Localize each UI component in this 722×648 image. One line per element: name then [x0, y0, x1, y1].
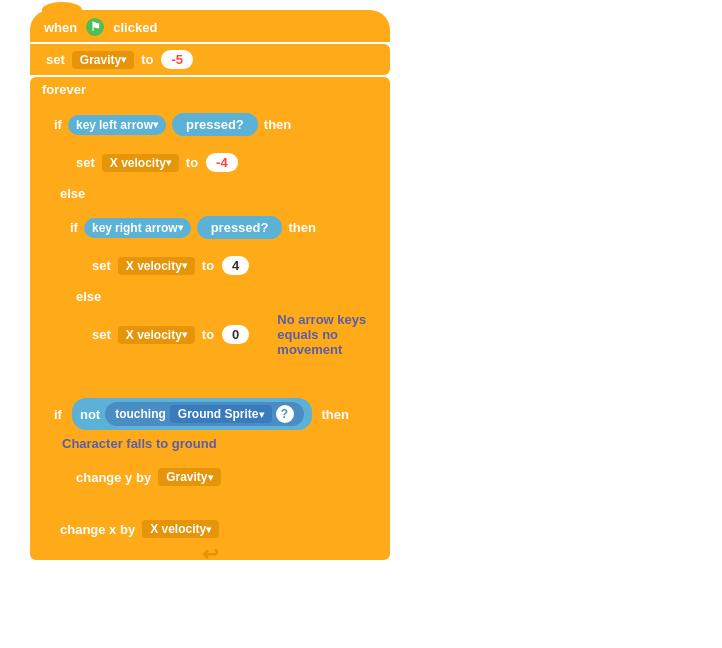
if3-header[interactable]: if not touching Ground Sprite ? then	[50, 391, 390, 458]
if3-touching-block: if not touching Ground Sprite ? then	[50, 391, 386, 504]
if3-body-0: set X velocity to 0 No arrow keys equals…	[66, 308, 376, 361]
touching-label: touching	[115, 407, 166, 421]
ground-sprite-dropdown[interactable]: Ground Sprite	[170, 405, 272, 423]
question-mark: ?	[276, 405, 294, 423]
not-label: not	[80, 407, 100, 422]
to-label: to	[141, 52, 153, 67]
falls-comment: Character falls to ground	[62, 436, 217, 451]
if2-if: if	[70, 220, 78, 235]
when-label: when	[44, 20, 77, 35]
xvel-dropdown1[interactable]: X velocity	[102, 154, 179, 172]
if3-if: if	[54, 407, 62, 422]
xvel-neg4-value[interactable]: -4	[206, 153, 238, 172]
scratch-container: when ⚑ clicked set Gravity to -5 forever	[0, 0, 722, 648]
then2-label: then	[288, 220, 315, 235]
if3-body: change y by Gravity	[50, 458, 390, 496]
gap2	[50, 504, 386, 514]
if2-block: if key right arrow pressed? then	[66, 209, 386, 369]
left-arrow-key[interactable]: key left arrow	[68, 115, 166, 135]
change-y-block[interactable]: change y by Gravity	[66, 462, 233, 492]
set-xvel-0-row: set X velocity to 0 No arrow keys equals…	[82, 312, 372, 357]
xvel-var-dropdown[interactable]: X velocity	[142, 520, 219, 538]
gap1	[50, 381, 386, 391]
undo-arrow: ↩	[202, 542, 219, 566]
xvel-dropdown2[interactable]: X velocity	[118, 257, 195, 275]
set-gravity-block[interactable]: set Gravity to -5	[30, 44, 390, 75]
then1-label: then	[264, 117, 291, 132]
if1-header[interactable]: if key left arrow pressed? then	[50, 106, 390, 143]
pressed-block[interactable]: pressed?	[172, 113, 258, 136]
scratch-main: when ⚑ clicked set Gravity to -5 forever	[30, 10, 390, 560]
clicked-label: clicked	[113, 20, 157, 35]
main-stack: when ⚑ clicked set Gravity to -5 forever	[30, 10, 390, 560]
change-x-block[interactable]: change x by X velocity	[50, 514, 231, 544]
gravity-var-dropdown[interactable]: Gravity	[158, 468, 220, 486]
set-xvel-4-block[interactable]: set X velocity to 4	[82, 250, 262, 281]
green-flag-icon: ⚑	[86, 18, 104, 36]
if2-body: set X velocity to 4	[66, 246, 376, 285]
if2-footer	[66, 361, 376, 369]
if3-footer	[50, 496, 390, 504]
forever-label: forever	[42, 82, 86, 97]
touching-inner: touching Ground Sprite ?	[105, 402, 303, 426]
xvel-4-value[interactable]: 4	[222, 256, 249, 275]
if1-if: if	[54, 117, 62, 132]
if2-wrapper: if key right arrow pressed? then	[50, 205, 390, 373]
right-arrow-key[interactable]: key right arrow	[84, 218, 191, 238]
gravity-dropdown[interactable]: Gravity	[72, 51, 134, 69]
xvel-0-value[interactable]: 0	[222, 325, 249, 344]
when-clicked-block[interactable]: when ⚑ clicked	[30, 10, 390, 42]
then3-label: then	[322, 407, 349, 422]
forever-body: if key left arrow pressed? then	[30, 102, 390, 548]
gravity-value[interactable]: -5	[161, 50, 193, 69]
if1-body: set X velocity to -4	[50, 143, 390, 182]
forever-outer: forever if key left arrow pressed?	[30, 77, 390, 560]
forever-header[interactable]: forever	[30, 77, 390, 102]
forever-footer: ↩	[30, 548, 390, 560]
pressed2-block[interactable]: pressed?	[197, 216, 283, 239]
if2-header[interactable]: if key right arrow pressed? then	[66, 209, 376, 246]
no-movement-comment: No arrow keys equals no movement	[277, 312, 372, 357]
else1-label: else	[50, 182, 390, 205]
set-label: set	[46, 52, 65, 67]
if1-footer	[50, 373, 390, 381]
not-touching-hex[interactable]: not touching Ground Sprite ?	[72, 398, 312, 430]
else2-label: else	[66, 285, 376, 308]
set-xvel-neg4-block[interactable]: set X velocity to -4	[66, 147, 251, 178]
if1-block: if key left arrow pressed? then	[50, 106, 386, 381]
set-xvel-0-block[interactable]: set X velocity to 0	[82, 319, 262, 350]
xvel-dropdown3[interactable]: X velocity	[118, 326, 195, 344]
